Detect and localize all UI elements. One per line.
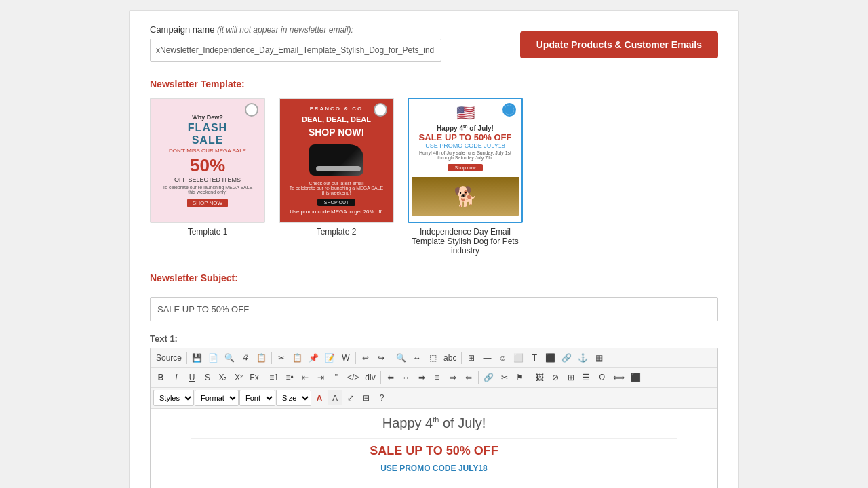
- campaign-name-input[interactable]: [150, 39, 441, 62]
- template-button[interactable]: 📋: [254, 350, 269, 365]
- editor-content-area[interactable]: Happy 4th of July! SALE UP TO 50% OFF US…: [151, 409, 717, 488]
- campaign-label-text: Campaign name: [150, 24, 214, 35]
- remove-format-button[interactable]: Fx: [247, 370, 262, 385]
- template-name-2: Template 2: [317, 227, 357, 237]
- toolbar-sep-3: [355, 352, 356, 364]
- table2-button[interactable]: ⊞: [564, 370, 578, 385]
- align-justify-button[interactable]: ≡: [430, 370, 445, 385]
- print-button[interactable]: 🖨: [238, 350, 253, 365]
- newsletter-subject-label: Newsletter Subject:: [150, 272, 718, 283]
- toolbar-row-1: Source 💾 📄 🔍 🖨 📋 ✂ 📋 📌 📝 W ↩ ↪: [151, 348, 717, 368]
- align-right-button[interactable]: ➡: [414, 370, 429, 385]
- paste-button[interactable]: 📌: [306, 350, 321, 365]
- bg-color-btn[interactable]: ⬛: [542, 350, 558, 365]
- no-image-button[interactable]: ⊘: [548, 370, 563, 385]
- template2-preview: FRANCO & CO DEAL, DEAL, DEAL SHOP NOW! C…: [280, 99, 393, 222]
- align-center-button[interactable]: ↔: [399, 370, 414, 385]
- show-blocks-button[interactable]: ▦: [591, 350, 606, 365]
- blockquote-button[interactable]: ": [329, 370, 344, 385]
- template-radio-1: [245, 103, 258, 117]
- text1-label: Text 1:: [150, 333, 718, 344]
- update-products-button[interactable]: Update Products & Customer Emails: [520, 31, 718, 58]
- template1-preview: Why Dew? FLASHSALE DON'T MISS OUR MEGA S…: [151, 99, 264, 222]
- size-select[interactable]: Size: [276, 390, 311, 406]
- rtl-button[interactable]: ⇐: [461, 370, 476, 385]
- insert-block-button[interactable]: ⬛: [628, 370, 644, 385]
- toolbar-sep-4: [391, 352, 391, 364]
- preview-button[interactable]: 🔍: [222, 350, 237, 365]
- bullet-list-button[interactable]: ≡•: [282, 370, 297, 385]
- editor-container: Source 💾 📄 🔍 🖨 📋 ✂ 📋 📌 📝 W ↩ ↪: [150, 348, 718, 488]
- bold-button[interactable]: B: [153, 370, 168, 385]
- replace-button[interactable]: ↔: [410, 350, 425, 365]
- text-color-picker[interactable]: A: [312, 390, 327, 405]
- flag-button[interactable]: ⚑: [513, 370, 528, 385]
- toolbar-sep-1: [186, 352, 187, 364]
- redo-button[interactable]: ↪: [374, 350, 389, 365]
- styles-select[interactable]: Styles: [153, 390, 194, 406]
- code-block-button[interactable]: </>: [344, 370, 361, 385]
- campaign-label-note: (it will not appear in newsletter email)…: [217, 25, 353, 35]
- template-thumb-3: 🇺🇸 Happy 4th of July! SALE UP TO 50% OFF…: [408, 98, 523, 223]
- underline-button[interactable]: U: [184, 370, 199, 385]
- campaign-row: Campaign name (it will not appear in new…: [150, 24, 718, 62]
- align-left-button[interactable]: ⬅: [383, 370, 398, 385]
- format-select[interactable]: Format: [195, 390, 239, 406]
- template-radio-3: [502, 103, 516, 117]
- page-break-button[interactable]: ⟺: [610, 370, 627, 385]
- subscript-button[interactable]: X₂: [216, 370, 231, 385]
- link2-button[interactable]: 🔗: [481, 370, 496, 385]
- template-item-2[interactable]: FRANCO & CO DEAL, DEAL, DEAL SHOP NOW! C…: [279, 98, 394, 237]
- email-preview: Happy 4th of July! SALE UP TO 50% OFF US…: [151, 409, 717, 483]
- strikethrough-button[interactable]: S: [200, 370, 215, 385]
- select-all-button[interactable]: ⬚: [425, 350, 440, 365]
- find-button[interactable]: 🔍: [393, 350, 409, 365]
- template-radio-2: [374, 103, 387, 117]
- newsletter-subject-section: Newsletter Subject:: [150, 272, 718, 321]
- div-container-button[interactable]: div: [362, 370, 378, 385]
- cut-button[interactable]: ✂: [274, 350, 289, 365]
- main-card: Campaign name (it will not appear in new…: [129, 10, 739, 488]
- email-happy-text: Happy 4th of July!: [164, 415, 704, 431]
- smiley-button[interactable]: ☺: [495, 350, 510, 365]
- show-blocks-btn2[interactable]: ⊟: [359, 390, 374, 405]
- italic-button[interactable]: I: [169, 370, 184, 385]
- template-thumb-1: Why Dew? FLASHSALE DON'T MISS OUR MEGA S…: [150, 98, 265, 223]
- link-button[interactable]: 🔗: [559, 350, 574, 365]
- newsletter-template-label: Newsletter Template:: [150, 79, 718, 89]
- list-button[interactable]: ☰: [579, 370, 594, 385]
- toolbar-sep-9: [530, 371, 530, 384]
- font-select[interactable]: Font: [239, 390, 275, 406]
- numbered-list-button[interactable]: ≡1: [267, 370, 281, 385]
- anchor-button[interactable]: ⚓: [575, 350, 591, 365]
- iframe-button[interactable]: ⬜: [511, 350, 526, 365]
- save-button[interactable]: 💾: [189, 350, 205, 365]
- paste-from-word-button[interactable]: W: [338, 350, 353, 365]
- ltr-button[interactable]: ⇒: [446, 370, 460, 385]
- newsletter-subject-input[interactable]: [150, 297, 718, 321]
- superscript-button[interactable]: X²: [231, 370, 246, 385]
- campaign-left: Campaign name (it will not appear in new…: [150, 24, 520, 62]
- spell-check-button[interactable]: abc: [441, 350, 459, 365]
- template-item-3[interactable]: 🇺🇸 Happy 4th of July! SALE UP TO 50% OFF…: [408, 98, 523, 256]
- copy-button[interactable]: 📋: [290, 350, 305, 365]
- source-button[interactable]: Source: [153, 350, 184, 365]
- text1-section: Text 1: Source 💾 📄 🔍 🖨 📋 ✂ 📋 📌 📝 W: [150, 333, 718, 488]
- help-button[interactable]: ?: [374, 390, 389, 405]
- insert-table-button[interactable]: ⊞: [464, 350, 479, 365]
- new-button[interactable]: 📄: [205, 350, 221, 365]
- text-color-btn[interactable]: T: [527, 350, 542, 365]
- email-sale-text: SALE UP TO 50% OFF: [164, 444, 704, 458]
- email-promo-text: USE PROMO CODE JULY18: [164, 464, 704, 473]
- undo-button[interactable]: ↩: [358, 350, 373, 365]
- template-item-1[interactable]: Why Dew? FLASHSALE DON'T MISS OUR MEGA S…: [150, 98, 265, 237]
- insert-hline-button[interactable]: —: [479, 350, 494, 365]
- unlink-button[interactable]: ✂: [497, 370, 512, 385]
- increase-indent-button[interactable]: ⇥: [313, 370, 328, 385]
- special-char-button[interactable]: Ω: [595, 370, 610, 385]
- decrease-indent-button[interactable]: ⇤: [298, 370, 313, 385]
- image-button[interactable]: 🖼: [532, 370, 547, 385]
- paste-text-button[interactable]: 📝: [322, 350, 338, 365]
- expand-button[interactable]: ⤢: [343, 390, 358, 405]
- bg-color-picker[interactable]: A: [328, 390, 342, 405]
